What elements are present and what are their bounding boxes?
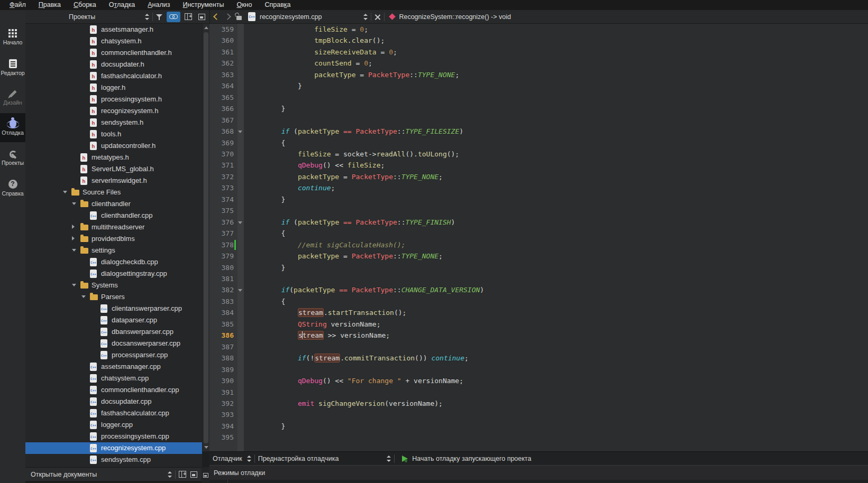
code-line-383[interactable]: 383 { <box>209 296 868 307</box>
go-forward-icon[interactable] <box>224 13 231 20</box>
menu-справка[interactable]: Справка <box>258 1 297 10</box>
code-line-376[interactable]: 376 if (packetType == PacketType::TYPE_F… <box>209 217 868 228</box>
tree-item-source-files[interactable]: Source Files <box>25 187 202 198</box>
mode-design[interactable]: Дизайн <box>0 83 25 112</box>
tree-item-recognizesystem-h[interactable]: recognizesystem.h <box>25 105 202 117</box>
code-text[interactable]: if (packetType == PacketType::TYPE_FINIS… <box>244 217 868 228</box>
tree-scrollbar[interactable] <box>202 24 209 451</box>
chevron-down-icon[interactable] <box>81 295 86 298</box>
code-text[interactable]: packetType = PacketType::TYPE_NONE; <box>244 250 868 262</box>
tree-item-providerdblms[interactable]: providerdblms <box>25 233 202 245</box>
tree-item-assetsmanager-cpp[interactable]: assetsmanager.cpp <box>25 361 202 373</box>
code-line-378[interactable]: 378 //emit sigCalculateHash(); <box>209 239 868 250</box>
code-text[interactable]: packetType = PacketType::TYPE_NONE; <box>244 69 868 80</box>
tree-item-logger-cpp[interactable]: logger.cpp <box>25 419 202 431</box>
code-line-360[interactable]: 360 tmpBlock.clear(); <box>209 35 868 46</box>
tree-item-serverlms-global-h[interactable]: ServerLMS_global.h <box>25 163 202 175</box>
tree-item-docsupdater-cpp[interactable]: docsupdater.cpp <box>25 396 202 407</box>
chevron-right-icon[interactable] <box>72 225 75 229</box>
tree-item-commonclienthandler-cpp[interactable]: commonclienthandler.cpp <box>25 384 202 396</box>
code-line-379[interactable]: 379 packetType = PacketType::TYPE_NONE; <box>209 250 868 262</box>
code-text[interactable]: packetType = PacketType::TYPE_NONE; <box>244 171 868 182</box>
menu-анализ[interactable]: Анализ <box>141 1 176 10</box>
code-line-368[interactable]: 368 if (packetType == PacketType::TYPE_F… <box>209 126 868 137</box>
code-line-380[interactable]: 380 } <box>209 262 868 273</box>
menu-сборка[interactable]: Сборка <box>67 1 103 10</box>
go-back-icon[interactable] <box>213 13 220 20</box>
sync-with-editor-toggle[interactable] <box>167 12 180 22</box>
code-line-370[interactable]: 370 fileSize = socket->readAll().toULong… <box>209 148 868 160</box>
tree-item-settings[interactable]: settings <box>25 245 202 256</box>
docs-pane-window-icon[interactable] <box>190 471 197 478</box>
mode-editor[interactable]: Редактор <box>0 53 25 82</box>
code-line-390[interactable]: 390 qDebug() << "For change " + versionN… <box>209 375 868 386</box>
code-line-363[interactable]: 363 packetType = PacketType::TYPE_NONE; <box>209 69 868 80</box>
tree-item-commonclienthandler-h[interactable]: commonclienthandler.h <box>25 47 202 59</box>
code-text[interactable] <box>244 432 868 443</box>
code-text[interactable]: countSend = 0; <box>244 58 868 69</box>
pane-title[interactable]: Проекты <box>69 13 95 21</box>
code-editor[interactable]: 359 fileSize = 0;360 tmpBlock.clear();36… <box>209 24 868 451</box>
symbol-breadcrumb[interactable]: RecognizeSystem::recognize() -> void <box>399 13 511 21</box>
menu-файл[interactable]: Файл <box>3 1 32 10</box>
scroll-up-icon[interactable] <box>204 26 208 29</box>
tree-item-processingsystem-cpp[interactable]: processingsystem.cpp <box>25 431 202 442</box>
menu-отладка[interactable]: Отладка <box>103 1 141 10</box>
open-file-name[interactable]: recognizesystem.cpp <box>260 13 322 21</box>
scrollbar-thumb[interactable] <box>204 32 208 443</box>
code-text[interactable]: sizeReceiveData = 0; <box>244 47 868 58</box>
file-selector-arrows-icon[interactable] <box>363 14 368 20</box>
chevron-down-icon[interactable] <box>72 202 76 205</box>
tree-item-dialogsettingstray-cpp[interactable]: dialogsettingstray.cpp <box>25 268 202 280</box>
tree-item-sendsystem-cpp[interactable]: sendsystem.cpp <box>25 454 202 466</box>
code-line-367[interactable]: 367 <box>209 115 868 126</box>
code-line-364[interactable]: 364 } <box>209 80 868 91</box>
code-text[interactable]: } <box>244 262 868 273</box>
tree-item-chatsystem-h[interactable]: chatsystem.h <box>25 35 202 47</box>
close-document-icon[interactable] <box>374 14 381 20</box>
pane-window-icon[interactable] <box>198 14 205 20</box>
chevron-down-icon[interactable] <box>63 191 67 193</box>
code-text[interactable] <box>244 409 868 420</box>
code-line-375[interactable]: 375 <box>209 205 868 216</box>
tree-item-clienthandler[interactable]: clienthandler <box>25 198 202 210</box>
mini-dock-button[interactable] <box>202 467 209 483</box>
code-text[interactable]: if(!stream.commitTransaction()) continue… <box>244 352 868 364</box>
code-text[interactable]: qDebug() << fileSize; <box>244 160 868 171</box>
code-line-395[interactable]: 395 <box>209 432 868 443</box>
tree-item-dialogcheckdb-cpp[interactable]: dialogcheckdb.cpp <box>25 256 202 268</box>
split-pane-icon[interactable] <box>185 13 192 20</box>
code-text[interactable] <box>244 364 868 375</box>
code-text[interactable]: emit sigChangeVersion(versionName); <box>244 398 868 409</box>
code-text[interactable]: qDebug() << "For change " + versionName; <box>244 375 868 386</box>
code-text[interactable] <box>244 205 868 216</box>
code-text[interactable]: } <box>244 103 868 114</box>
tree-item-systems[interactable]: Systems <box>25 280 202 291</box>
code-text[interactable]: tmpBlock.clear(); <box>244 35 868 46</box>
fold-arrow-icon[interactable] <box>237 217 244 228</box>
tree-item-fasthashcalculator-h[interactable]: fasthashcalculator.h <box>25 70 202 82</box>
tree-item-assetsmanager-h[interactable]: assetsmanager.h <box>25 24 202 35</box>
unlocked-icon[interactable] <box>236 16 242 20</box>
tree-item-updatecontroller-h[interactable]: updatecontroller.h <box>25 140 202 152</box>
filter-icon[interactable] <box>156 14 162 20</box>
code-line-365[interactable]: 365 <box>209 92 868 103</box>
preset-combo-arrows-icon[interactable] <box>386 456 391 462</box>
debugger-combo-arrows-icon[interactable] <box>246 456 251 462</box>
code-line-388[interactable]: 388 if(!stream.commitTransaction()) cont… <box>209 352 868 364</box>
code-text[interactable]: } <box>244 194 868 205</box>
tree-item-parsers[interactable]: Parsers <box>25 291 202 303</box>
fold-arrow-icon[interactable] <box>237 126 244 137</box>
code-text[interactable] <box>244 387 868 398</box>
code-line-359[interactable]: 359 fileSize = 0; <box>209 24 868 35</box>
debugger-combo[interactable]: Отладчик <box>213 455 242 462</box>
code-line-374[interactable]: 374 } <box>209 194 868 205</box>
code-text[interactable]: { <box>244 137 868 148</box>
code-line-369[interactable]: 369 { <box>209 137 868 148</box>
tree-item-clienthandler-cpp[interactable]: clienthandler.cpp <box>25 210 202 221</box>
tree-item-logger-h[interactable]: logger.h <box>25 82 202 94</box>
code-line-371[interactable]: 371 qDebug() << fileSize; <box>209 160 868 171</box>
code-text[interactable]: fileSize = 0; <box>244 24 868 35</box>
start-debug-label[interactable]: Начать отладку запускающего проекта <box>412 455 531 462</box>
code-text[interactable] <box>244 273 868 284</box>
